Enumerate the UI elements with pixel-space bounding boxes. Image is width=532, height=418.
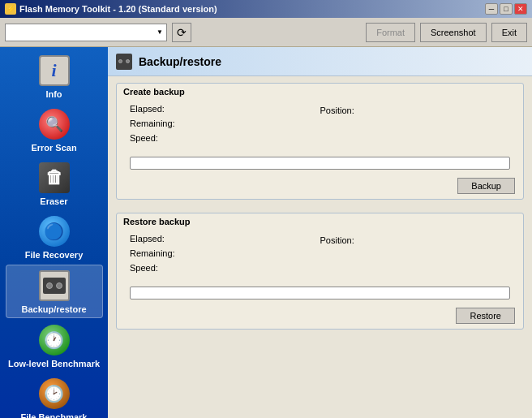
eraser-icon: 🗑: [37, 161, 71, 195]
backup-restore-icon: [37, 269, 71, 303]
page-title: Backup/restore: [139, 55, 221, 68]
format-button[interactable]: Format: [366, 23, 415, 42]
remaining-label-create: Remaining:: [130, 119, 187, 128]
sidebar-item-file-recovery[interactable]: 🔵 File Recovery: [6, 211, 103, 263]
create-backup-progress: [130, 157, 510, 170]
elapsed-label-create: Elapsed:: [130, 104, 187, 114]
restore-button[interactable]: Restore: [456, 308, 515, 324]
sidebar-item-low-level-benchmark[interactable]: 🕐 Low-level Benchmark: [6, 320, 103, 372]
screenshot-button[interactable]: Screenshot: [420, 23, 487, 42]
sidebar-item-error-scan[interactable]: Error Scan: [6, 104, 103, 156]
error-scan-icon: [37, 107, 71, 141]
sidebar-item-file-recovery-label: File Recovery: [25, 250, 84, 260]
file-benchmark-icon: 🕑: [37, 377, 71, 411]
chevron-down-icon: ▼: [157, 28, 163, 36]
info-icon: i: [37, 54, 71, 88]
maximize-button[interactable]: □: [500, 3, 513, 15]
exit-button[interactable]: Exit: [491, 23, 527, 42]
position-label-create: Position:: [320, 106, 377, 115]
backup-button[interactable]: Backup: [457, 178, 515, 194]
close-button[interactable]: ✕: [514, 3, 527, 15]
app-title: Flash Memory Toolkit - 1.20 (Standard ve…: [19, 4, 217, 14]
title-bar: ⚡ Flash Memory Toolkit - 1.20 (Standard …: [0, 0, 532, 18]
create-backup-panel: Create backup Elapsed: Remaining: Sp: [116, 83, 524, 200]
sidebar-item-eraser-label: Eraser: [40, 196, 67, 206]
refresh-button[interactable]: ⟳: [172, 23, 191, 42]
minimize-button[interactable]: ─: [485, 3, 498, 15]
sidebar-item-info[interactable]: i Info: [6, 50, 103, 102]
restore-backup-progress: [130, 287, 510, 299]
sidebar-item-low-level-benchmark-label: Low-level Benchmark: [8, 359, 100, 368]
create-backup-title: Create backup: [117, 84, 523, 98]
page-header: Backup/restore: [108, 47, 532, 76]
restore-backup-title: Restore backup: [117, 213, 523, 228]
file-recovery-icon: 🔵: [37, 214, 71, 248]
content-area: Backup/restore Create backup Elapsed: Re…: [108, 47, 532, 418]
speed-label-create: Speed:: [130, 133, 187, 143]
speed-label-restore: Speed:: [130, 263, 187, 273]
sidebar-item-backup-restore[interactable]: Backup/restore: [6, 265, 103, 318]
sidebar-item-info-label: Info: [45, 89, 62, 99]
device-selector[interactable]: ▼: [5, 24, 167, 41]
position-label-restore: Position:: [320, 235, 377, 245]
sidebar-item-backup-restore-label: Backup/restore: [21, 304, 86, 314]
sidebar-item-error-scan-label: Error Scan: [31, 143, 76, 153]
sidebar: i Info Error Scan 🗑 Eraser 🔵 File Recove…: [0, 47, 108, 418]
toolbar: ▼ ⟳ Format Screenshot Exit: [0, 18, 532, 47]
sidebar-item-file-benchmark[interactable]: 🕑 File Benchmark: [6, 373, 103, 418]
page-header-icon: [116, 54, 132, 70]
elapsed-label-restore: Elapsed:: [130, 234, 187, 243]
window-controls: ─ □ ✕: [485, 3, 527, 15]
low-level-benchmark-icon: 🕐: [37, 323, 71, 357]
sidebar-item-file-benchmark-label: File Benchmark: [21, 412, 88, 418]
restore-backup-panel: Restore backup Elapsed: Remaining: S: [116, 213, 524, 330]
sidebar-item-eraser[interactable]: 🗑 Eraser: [6, 157, 103, 209]
app-icon: ⚡: [5, 3, 16, 15]
remaining-label-restore: Remaining:: [130, 248, 187, 258]
main-layout: i Info Error Scan 🗑 Eraser 🔵 File Recove…: [0, 47, 532, 418]
